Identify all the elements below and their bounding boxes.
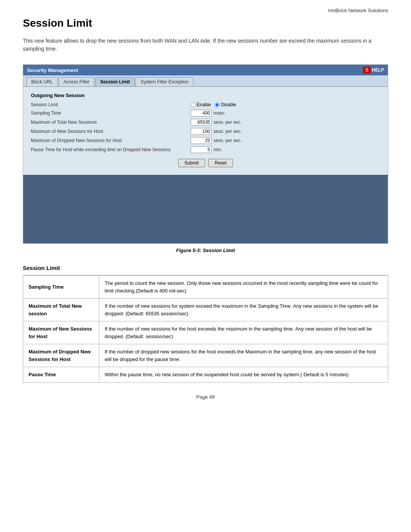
session-limit-label: Session Limit bbox=[31, 102, 191, 107]
max-new-sessions-host-control: sess. per sec. bbox=[191, 128, 242, 135]
intro-text: This new feature allows to drop the new … bbox=[23, 37, 388, 53]
table-row: Maximum of Dropped New Sessions for Host… bbox=[23, 344, 388, 367]
enable-radio[interactable] bbox=[191, 102, 196, 107]
max-dropped-sessions-row: Maximum of Dropped New Sessions for Host… bbox=[31, 137, 380, 144]
def-max-dropped-new-sessions: If the number of dropped new sessions fo… bbox=[99, 344, 388, 367]
table-row: Pause Time Within the pause time, no new… bbox=[23, 367, 388, 383]
max-dropped-sessions-unit: sess. per sec. bbox=[213, 138, 242, 143]
max-total-sessions-label: Maximum of Total New Sessions bbox=[31, 120, 191, 125]
pause-time-input[interactable] bbox=[191, 146, 212, 153]
panel-header: Security Management 🗒 HELP bbox=[23, 65, 388, 75]
tab-access-filter[interactable]: Access Filter bbox=[59, 77, 95, 86]
help-button[interactable]: 🗒 HELP bbox=[363, 67, 384, 73]
description-table: Sampling Time The period to count the ne… bbox=[23, 275, 388, 383]
panel-body: Outgoing New Session Session Limit Enabl… bbox=[23, 86, 388, 175]
table-row: Maximum of New Sessions for Host If the … bbox=[23, 321, 388, 344]
pause-time-row: Pause Time for Host while exceeding limi… bbox=[31, 146, 380, 153]
term-max-new-sessions-host: Maximum of New Sessions for Host bbox=[23, 321, 99, 344]
page-number: Page 49 bbox=[23, 394, 388, 400]
max-new-sessions-host-unit: sess. per sec. bbox=[213, 129, 242, 134]
table-row: Sampling Time The period to count the ne… bbox=[23, 275, 388, 299]
max-dropped-sessions-control: sess. per sec. bbox=[191, 137, 242, 144]
term-max-dropped-new-sessions: Maximum of Dropped New Sessions for Host bbox=[23, 344, 99, 367]
button-row: Submit Reset bbox=[31, 159, 380, 167]
tab-session-limit[interactable]: Session Limit bbox=[95, 77, 135, 86]
pause-time-label: Pause Time for Host while exceeding limi… bbox=[31, 147, 191, 152]
section-title: Outgoing New Session bbox=[31, 93, 380, 98]
pause-time-unit: min. bbox=[213, 147, 222, 152]
help-label: HELP bbox=[372, 67, 384, 73]
def-pause-time: Within the pause time, no new session of… bbox=[99, 367, 388, 383]
def-sampling-time: The period to count the new session. Onl… bbox=[99, 275, 388, 299]
term-pause-time: Pause Time bbox=[23, 367, 99, 383]
session-limit-radio-group: Enable Disable bbox=[191, 102, 236, 107]
tab-block-url[interactable]: Block URL bbox=[26, 77, 58, 86]
term-sampling-time: Sampling Time bbox=[23, 275, 99, 299]
session-limit-row: Session Limit Enable Disable bbox=[31, 102, 380, 107]
max-total-sessions-control: sess. per sec. bbox=[191, 119, 242, 126]
max-total-sessions-input[interactable] bbox=[191, 119, 212, 126]
sampling-time-input[interactable] bbox=[191, 110, 212, 117]
disable-radio[interactable] bbox=[215, 102, 220, 107]
max-total-sessions-row: Maximum of Total New Sessions sess. per … bbox=[31, 119, 380, 126]
security-panel: Security Management 🗒 HELP Block URL Acc… bbox=[23, 64, 388, 244]
figure-caption: Figure 5-3: Session Limit bbox=[23, 248, 388, 253]
max-new-sessions-host-row: Maximum of New Sessions for Host sess. p… bbox=[31, 128, 380, 135]
max-new-sessions-host-input[interactable] bbox=[191, 128, 212, 135]
def-max-total-new-session: If the number of new sessions for system… bbox=[99, 299, 388, 321]
table-row: Maximum of Total New session If the numb… bbox=[23, 299, 388, 321]
disable-radio-label[interactable]: Disable bbox=[215, 102, 236, 107]
panel-title: Security Management bbox=[27, 67, 78, 73]
tabs-row: Block URL Access Filter Session Limit Sy… bbox=[23, 75, 388, 86]
tab-system-filter-exception[interactable]: System Filter Exception bbox=[135, 77, 193, 86]
dark-panel-area bbox=[23, 175, 388, 243]
submit-button[interactable]: Submit bbox=[178, 159, 205, 167]
pause-time-control: min. bbox=[191, 146, 222, 153]
max-dropped-sessions-input[interactable] bbox=[191, 137, 212, 144]
sampling-time-unit: msec. bbox=[213, 110, 226, 116]
sampling-time-label: Sampling Time bbox=[31, 110, 191, 116]
def-max-new-sessions-host: If the number of new sessions for the ho… bbox=[99, 321, 388, 344]
enable-radio-label[interactable]: Enable bbox=[191, 102, 211, 107]
max-dropped-sessions-label: Maximum of Dropped New Sessions for Host bbox=[31, 138, 191, 143]
sampling-time-row: Sampling Time msec. bbox=[31, 110, 380, 117]
help-icon: 🗒 bbox=[363, 67, 371, 73]
term-max-total-new-session: Maximum of Total New session bbox=[23, 299, 99, 321]
table-section-title: Session Limit bbox=[23, 265, 388, 271]
company-name: HotBrick Network Solutions bbox=[23, 8, 388, 13]
sampling-time-control: msec. bbox=[191, 110, 226, 117]
max-total-sessions-unit: sess. per sec. bbox=[213, 120, 242, 125]
reset-button[interactable]: Reset bbox=[208, 159, 233, 167]
max-new-sessions-host-label: Maximum of New Sessions for Host bbox=[31, 129, 191, 134]
page-title: Session Limit bbox=[23, 17, 388, 29]
